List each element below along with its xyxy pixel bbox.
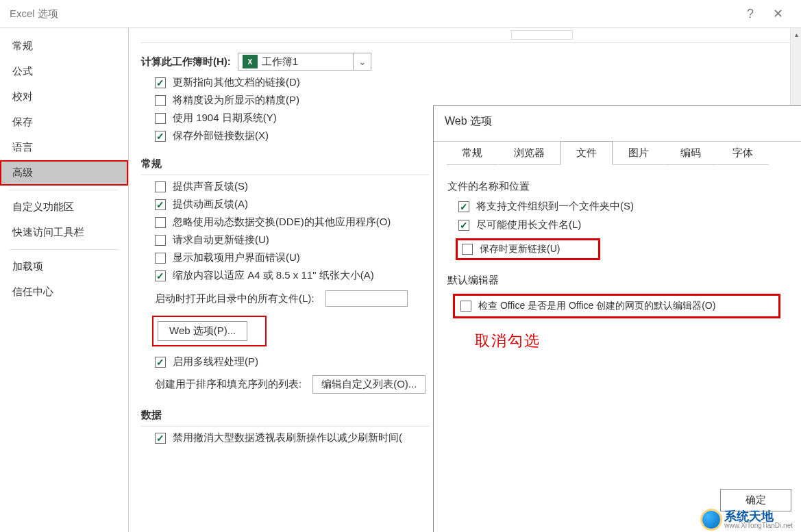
annotation-text: 取消勾选: [475, 331, 789, 351]
checkbox-icon[interactable]: [155, 270, 166, 281]
help-icon[interactable]: ?: [737, 3, 764, 24]
checkbox-icon[interactable]: [155, 181, 166, 192]
tab-files[interactable]: 文件: [560, 141, 613, 165]
checkbox-icon[interactable]: [155, 217, 166, 228]
window-title: Excel 选项: [10, 8, 58, 21]
edit-lists-button[interactable]: 编辑自定义列表(O)...: [312, 375, 426, 394]
opt-label: 禁用撤消大型数据透视表刷新操作以减少刷新时间(: [173, 431, 402, 444]
opt-label: 尽可能使用长文件名(L): [476, 218, 581, 231]
checkbox-icon[interactable]: [155, 357, 166, 368]
tab-encoding[interactable]: 编码: [665, 141, 717, 165]
checkbox-icon[interactable]: [155, 253, 166, 264]
opt-update-links[interactable]: 更新指向其他文档的链接(D): [155, 76, 791, 89]
highlight-update-links-on-save: 保存时更新链接(U): [456, 238, 600, 260]
scroll-cutoff: [141, 28, 791, 43]
tab-pictures[interactable]: 图片: [613, 141, 665, 165]
group-file-name-location: 文件的名称和位置: [447, 180, 789, 193]
checkbox-icon[interactable]: [458, 201, 469, 212]
opt-label: 提供声音反馈(S): [173, 180, 248, 193]
sidebar-item-trust-center[interactable]: 信任中心: [0, 279, 128, 305]
titlebar: Excel 选项 ? ✕: [0, 0, 801, 27]
opt-label: 提供动画反馈(A): [173, 198, 248, 211]
checkbox-icon[interactable]: [460, 301, 471, 312]
checkbox-icon[interactable]: [155, 113, 166, 124]
data-header: 数据: [141, 403, 429, 427]
close-icon[interactable]: ✕: [764, 3, 791, 24]
opt-label: 显示加载项用户界面错误(U): [173, 251, 300, 264]
workbook-select[interactable]: X 工作簿1 ⌄: [238, 53, 371, 71]
custom-lists-label: 创建用于排序和填充序列的列表:: [155, 378, 301, 391]
sidebar-item-language[interactable]: 语言: [0, 135, 128, 160]
web-options-highlight: Web 选项(P)...: [152, 316, 267, 346]
opt-label: 忽略使用动态数据交换(DDE)的其他应用程序(O): [173, 216, 391, 229]
chevron-down-icon[interactable]: ⌄: [353, 53, 371, 70]
sidebar-item-formulas[interactable]: 公式: [0, 59, 128, 84]
tab-fonts[interactable]: 字体: [717, 141, 769, 165]
checkbox-icon[interactable]: [155, 235, 166, 246]
faded-control: [511, 30, 573, 40]
excel-icon: X: [243, 55, 258, 68]
opt-label: 缩放内容以适应 A4 或 8.5 x 11" 纸张大小(A): [173, 269, 374, 282]
opt-label: 启用多线程处理(P): [173, 355, 258, 368]
checkbox-icon[interactable]: [155, 77, 166, 88]
tab-general[interactable]: 常规: [446, 141, 498, 165]
web-options-dialog: Web 选项 常规 浏览器 文件 图片 编码 字体 文件的名称和位置 将支持文件…: [433, 105, 801, 532]
opt-label: 请求自动更新链接(U): [173, 233, 269, 246]
workbook-name: 工作簿1: [262, 55, 353, 68]
ok-button[interactable]: 确定: [720, 489, 791, 511]
checkbox-icon[interactable]: [155, 199, 166, 210]
scroll-up-icon[interactable]: ▴: [791, 28, 801, 40]
sidebar-item-addins[interactable]: 加载项: [0, 254, 128, 279]
opt-label: 保存外部链接数据(X): [173, 129, 269, 142]
web-options-button[interactable]: Web 选项(P)...: [158, 321, 247, 341]
highlight-default-editor: 检查 Office 是否是用 Office 创建的网页的默认编辑器(O): [453, 294, 780, 318]
sidebar-separator: [10, 249, 119, 250]
opt-label: 使用 1904 日期系统(Y): [173, 112, 277, 125]
opt-label: 检查 Office 是否是用 Office 创建的网页的默认编辑器(O): [478, 300, 715, 312]
calc-workbook-label: 计算此工作簿时(H):: [141, 55, 231, 68]
checkbox-icon[interactable]: [155, 95, 166, 106]
tab-browsers[interactable]: 浏览器: [498, 141, 560, 165]
web-dialog-tabs: 常规 浏览器 文件 图片 编码 字体: [434, 141, 801, 165]
startup-dir-input[interactable]: [325, 290, 408, 307]
checkbox-icon[interactable]: [462, 244, 473, 255]
web-dialog-title: Web 选项: [434, 106, 801, 142]
opt-label: 更新指向其他文档的链接(D): [173, 76, 300, 89]
opt-long-filenames[interactable]: 尽可能使用长文件名(L): [458, 218, 789, 231]
sidebar-item-advanced[interactable]: 高级: [0, 160, 128, 186]
sidebar-item-general[interactable]: 常规: [0, 34, 128, 59]
group-default-editor: 默认编辑器: [447, 274, 789, 287]
checkbox-icon[interactable]: [458, 220, 469, 231]
checkbox-icon[interactable]: [155, 131, 166, 142]
sidebar-item-customize-ribbon[interactable]: 自定义功能区: [0, 194, 128, 220]
sidebar: 常规 公式 校对 保存 语言 高级 自定义功能区 快速访问工具栏 加载项 信任中…: [0, 28, 129, 532]
sidebar-item-save[interactable]: 保存: [0, 110, 128, 135]
sidebar-separator: [10, 190, 119, 190]
general-header: 常规: [141, 152, 429, 175]
opt-label: 保存时更新链接(U): [480, 243, 560, 255]
opt-organize-folder[interactable]: 将支持文件组织到一个文件夹中(S): [458, 200, 789, 213]
checkbox-icon[interactable]: [155, 433, 166, 444]
sidebar-item-quick-access[interactable]: 快速访问工具栏: [0, 220, 128, 245]
startup-dir-label: 启动时打开此目录中的所有文件(L):: [155, 292, 315, 305]
opt-label: 将精度设为所显示的精度(P): [173, 94, 299, 107]
opt-label: 将支持文件组织到一个文件夹中(S): [476, 200, 634, 213]
sidebar-item-proofing[interactable]: 校对: [0, 84, 128, 110]
